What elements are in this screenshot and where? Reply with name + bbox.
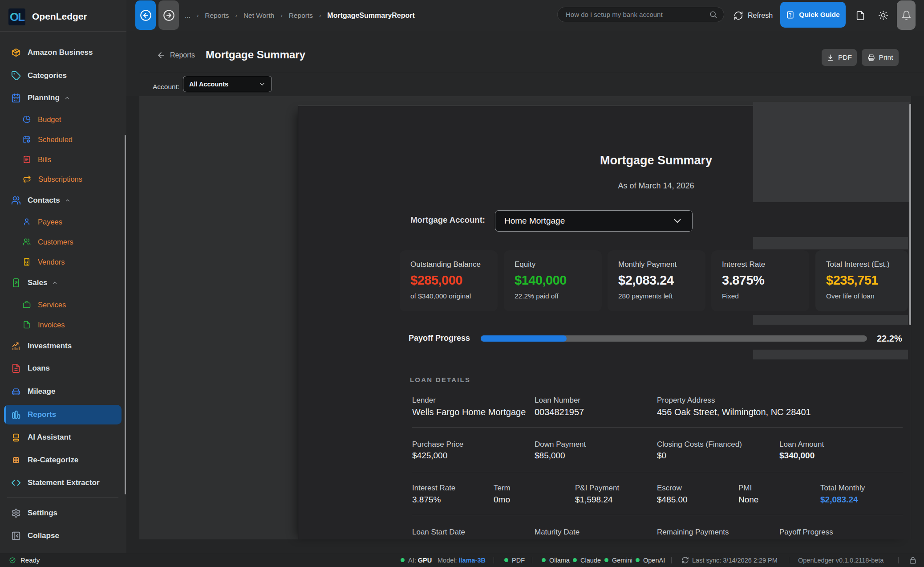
svg-text:OL: OL xyxy=(10,10,25,24)
